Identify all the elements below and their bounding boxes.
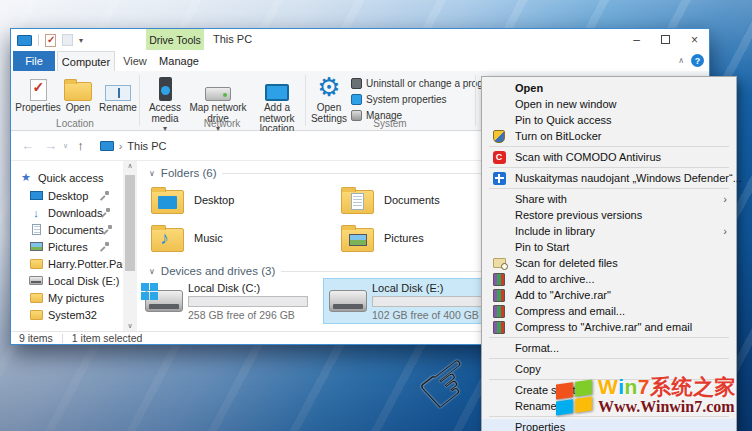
menu-separator [489, 188, 729, 189]
menu-item-format[interactable]: Format... [482, 340, 736, 356]
sidebar-item-quick-access[interactable]: ★ Quick access [11, 169, 123, 186]
menu-item-rename[interactable]: Rename [482, 398, 736, 414]
menu-item-label: Properties [515, 421, 565, 431]
menu-separator [489, 146, 729, 147]
menu-separator [489, 167, 729, 168]
submenu-arrow-icon: › [723, 225, 727, 237]
pictures-icon [28, 242, 44, 251]
sidebar-item-label: Desktop [48, 190, 88, 202]
menu-item-compress-email[interactable]: Compress and email... [482, 303, 736, 319]
menu-item-comodo-scan[interactable]: Scan with COMODO Antivirus [482, 149, 736, 165]
maximize-button[interactable] [651, 29, 680, 50]
menu-item-pin-to-start[interactable]: Pin to Start [482, 239, 736, 255]
properties-label: Properties [15, 103, 61, 114]
help-icon[interactable]: ? [691, 54, 704, 67]
chevron-down-icon[interactable]: ∨ [149, 267, 155, 276]
qat-newfolder-icon[interactable] [62, 34, 73, 46]
qat-properties-icon[interactable] [45, 34, 56, 47]
menu-item-scan-deleted-files[interactable]: Scan for deleted files [482, 255, 736, 271]
menu-item-open-new-window[interactable]: Open in new window [482, 96, 736, 112]
access-media-icon [159, 74, 172, 101]
menu-item-label: Copy [515, 363, 541, 375]
collapse-ribbon-icon[interactable]: ∧ [678, 56, 684, 65]
sidebar-item-label: Local Disk (E:) [48, 275, 120, 287]
drive-free-space: 258 GB free of 296 GB [188, 309, 295, 321]
pin-icon [102, 208, 111, 217]
winrar-icon [491, 303, 507, 319]
minimize-button[interactable]: – [622, 29, 651, 50]
tab-manage[interactable]: Manage [155, 51, 203, 71]
drive-tile-c[interactable]: Local Disk (C:) 258 GB free of 296 GB [140, 279, 320, 323]
menu-item-share-with[interactable]: Share with › [482, 191, 736, 207]
menu-item-copy[interactable]: Copy [482, 361, 736, 377]
forward-icon[interactable]: → [44, 138, 57, 153]
open-settings-button[interactable]: ⚙ Open Settings [309, 74, 349, 124]
group-divider [475, 75, 476, 126]
group-label-location: Location [11, 118, 139, 129]
close-button[interactable]: × [680, 29, 709, 50]
breadcrumb[interactable]: This PC [127, 140, 166, 152]
desktop-folder-icon [151, 190, 184, 214]
menu-item-compress-rar-email[interactable]: Compress to "Archive.rar" and email [482, 319, 736, 335]
folder-tile-music[interactable]: ♪ Music [151, 221, 327, 255]
sidebar-item-my-pictures[interactable]: My pictures [11, 289, 123, 306]
sidebar-item-harry-potter[interactable]: Harry.Potter.Pac [11, 255, 123, 272]
properties-icon [30, 74, 47, 101]
titlebar: ▾ Drive Tools This PC – × [11, 29, 709, 51]
back-icon[interactable]: ← [21, 138, 34, 153]
up-icon[interactable]: ↑ [77, 138, 84, 153]
folder-tile-desktop[interactable]: Desktop [151, 183, 327, 217]
drive-tile-e[interactable]: Local Disk (E:) 102 GB free of 400 GB [324, 279, 504, 323]
tab-computer[interactable]: Computer [57, 51, 115, 71]
menu-item-defender-scan[interactable]: Nuskaitymas naudojant „Windows Defender“… [482, 170, 736, 186]
menu-item-open[interactable]: Open [482, 80, 736, 96]
sidebar-item-system32[interactable]: System32 [11, 306, 123, 323]
menu-item-create-shortcut[interactable]: Create shortcut [482, 382, 736, 398]
menu-item-label: Add to "Archive.rar" [515, 289, 611, 301]
folder-icon [28, 259, 44, 269]
rename-label: Rename [99, 103, 137, 114]
open-button[interactable]: Open [61, 74, 95, 114]
submenu-arrow-icon: › [723, 193, 727, 205]
maximize-icon [661, 35, 670, 44]
menu-item-label: Turn on BitLocker [515, 130, 601, 142]
chevron-down-icon[interactable]: ∨ [149, 169, 155, 178]
pin-icon [104, 225, 113, 234]
tab-view[interactable]: View [117, 51, 153, 71]
rename-button[interactable]: Rename [97, 74, 139, 114]
menu-item-add-to-archive[interactable]: Add to archive... [482, 271, 736, 287]
contextual-tab-drive-tools[interactable]: Drive Tools [146, 29, 204, 50]
menu-item-label: Create shortcut [515, 384, 590, 396]
scroll-down-icon[interactable]: ∨ [123, 322, 137, 330]
qat-dropdown-icon[interactable]: ▾ [79, 36, 83, 45]
uninstall-program-button[interactable]: Uninstall or change a program [351, 76, 500, 90]
menu-item-bitlocker[interactable]: Turn on BitLocker [482, 128, 736, 144]
sidebar-item-label: Quick access [38, 172, 103, 184]
folder-name: Desktop [194, 194, 234, 206]
sidebar-item-downloads[interactable]: ↓ Downloads [11, 204, 123, 221]
sidebar-item-local-disk-e[interactable]: Local Disk (E:) [11, 272, 123, 289]
menu-item-properties[interactable]: Properties [482, 419, 736, 431]
properties-button[interactable]: Properties [17, 74, 59, 114]
sidebar-item-pictures[interactable]: Pictures [11, 238, 123, 255]
menu-item-label: Rename [515, 400, 557, 412]
menu-item-label: Restore previous versions [515, 209, 642, 221]
sidebar-item-label: Pictures [48, 241, 88, 253]
menu-item-pin-quick-access[interactable]: Pin to Quick access [482, 112, 736, 128]
tab-file[interactable]: File [13, 51, 55, 71]
sidebar-scrollbar[interactable]: ∧ ∨ [123, 161, 137, 331]
menu-item-include-in-library[interactable]: Include in library › [482, 223, 736, 239]
menu-item-add-to-archive-rar[interactable]: Add to "Archive.rar" [482, 287, 736, 303]
selection-count: 1 item selected [72, 332, 143, 344]
scroll-up-icon[interactable]: ∧ [123, 162, 137, 170]
system-properties-button[interactable]: System properties [351, 92, 447, 106]
scrollbar-thumb[interactable] [125, 175, 135, 271]
sidebar-item-desktop[interactable]: Desktop [11, 187, 123, 204]
menu-item-restore-versions[interactable]: Restore previous versions [482, 207, 736, 223]
sidebar-item-documents[interactable]: Documents [11, 221, 123, 238]
window-controls: – × [622, 29, 709, 50]
recent-locations-icon[interactable]: ∨ [63, 142, 68, 150]
menu-item-label: Pin to Quick access [515, 114, 612, 126]
drive-e-icon [329, 290, 367, 312]
system-properties-icon [351, 94, 362, 105]
